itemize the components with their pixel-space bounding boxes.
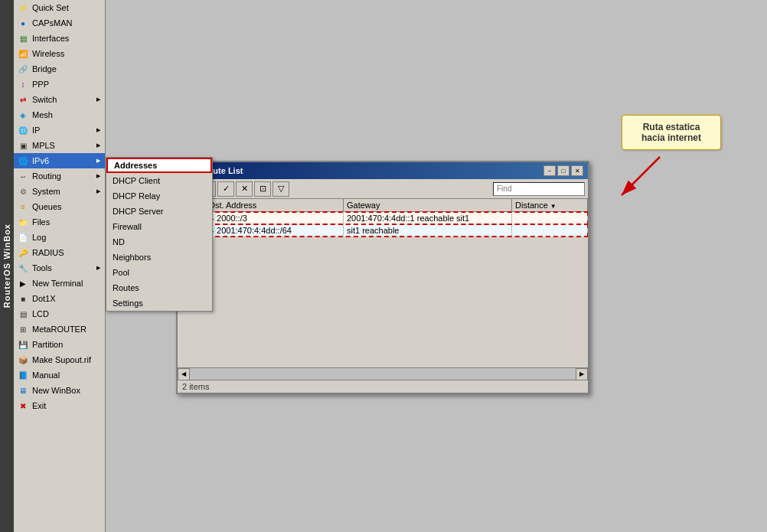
route-table-body: AS ▶ 2000::/3 2001:470:4:4dd::1 reachabl…: [178, 212, 588, 237]
sidebar-label-routing: Routing: [32, 171, 61, 181]
switch-icon: ⇄: [17, 93, 29, 106]
route-window-titlebar: IPv6 Route List − □ ✕: [178, 162, 588, 179]
find-input[interactable]: [493, 182, 585, 196]
partition-icon: 💾: [17, 338, 29, 351]
route-status: 2 items: [178, 380, 588, 393]
sidebar-label-radius: RADIUS: [32, 248, 64, 257]
submenu-item-nd[interactable]: ND: [106, 234, 212, 250]
red-arrow-annotation: [614, 149, 690, 203]
scroll-track[interactable]: [190, 368, 576, 380]
sidebar-item-bridge[interactable]: 🔗 Bridge: [14, 61, 105, 77]
column-gateway[interactable]: Gateway: [344, 199, 512, 212]
sidebar-item-mesh[interactable]: ◈ Mesh: [14, 107, 105, 122]
sidebar-item-lcd[interactable]: ▤ LCD: [14, 306, 105, 321]
sidebar-item-wireless[interactable]: 📶 Wireless: [14, 46, 105, 61]
submenu-item-dhcp-server[interactable]: DHCP Server: [106, 204, 212, 219]
sidebar-label-wireless: Wireless: [32, 49, 64, 58]
submenu-item-neighbors[interactable]: Neighbors: [106, 250, 212, 265]
sidebar-label-metarouter: MetaROUTER: [32, 325, 86, 334]
sidebar-item-dot1x[interactable]: ■ Dot1X: [14, 291, 105, 306]
sidebar-item-log[interactable]: 📄 Log: [14, 230, 105, 245]
column-distance[interactable]: Distance ▼: [512, 199, 588, 212]
table-row[interactable]: DAC ▶ 2001:470:4:4dd::/64 sit1 reachable: [178, 224, 588, 237]
dhcp-server-label: DHCP Server: [113, 207, 163, 216]
sidebar-item-ipv6[interactable]: 🌐 IPv6: [14, 153, 105, 168]
sidebar-label-partition: Partition: [32, 340, 63, 349]
sidebar-label-new-terminal: New Terminal: [32, 279, 83, 288]
sidebar-item-partition[interactable]: 💾 Partition: [14, 337, 105, 352]
minimize-button[interactable]: −: [543, 165, 556, 176]
routes-label: Routes: [113, 283, 139, 292]
sidebar-item-files[interactable]: 📁 Files: [14, 214, 105, 230]
mesh-icon: ◈: [17, 109, 29, 121]
firewall-label: Firewall: [113, 222, 142, 231]
filter-button[interactable]: ▽: [273, 181, 289, 197]
sidebar-item-capsman[interactable]: ● CAPsMAN: [14, 15, 105, 31]
quick-set-icon: ⚡: [17, 2, 29, 14]
cross-button[interactable]: ✕: [236, 181, 253, 197]
sidebar-item-new-winbox[interactable]: 🖥 New WinBox: [14, 383, 105, 398]
scroll-right-button[interactable]: ▶: [576, 368, 588, 380]
submenu-item-routes[interactable]: Routes: [106, 280, 212, 295]
submenu-item-addresses[interactable]: Addresses: [106, 158, 212, 173]
sidebar-item-ip[interactable]: 🌐 IP: [14, 122, 105, 138]
sidebar-label-system: System: [32, 187, 60, 196]
sidebar-label-capsman: CAPsMAN: [32, 18, 73, 28]
maximize-button[interactable]: □: [557, 165, 570, 176]
column-dst-address[interactable]: Dst. Address: [206, 199, 344, 212]
interfaces-icon: ▤: [17, 32, 29, 44]
sidebar-item-make-supout[interactable]: 📦 Make Supout.rif: [14, 352, 105, 367]
sidebar-item-mpls[interactable]: ▣ MPLS: [14, 138, 105, 153]
close-button[interactable]: ✕: [571, 165, 583, 176]
sidebar-label-bridge: Bridge: [32, 64, 57, 73]
table-row[interactable]: AS ▶ 2000::/3 2001:470:4:4dd::1 reachabl…: [178, 212, 588, 225]
submenu-item-dhcp-relay[interactable]: DHCP Relay: [106, 188, 212, 204]
sidebar-item-queues[interactable]: ≡ Queues: [14, 199, 105, 214]
sidebar-label-tools: Tools: [32, 263, 52, 273]
pool-label: Pool: [113, 268, 129, 277]
sidebar-item-exit[interactable]: ✖ Exit: [14, 398, 105, 413]
row-distance-as: [512, 212, 588, 225]
ip-icon: 🌐: [17, 124, 29, 136]
sidebar-label-interfaces: Interfaces: [32, 34, 69, 43]
sidebar-item-manual[interactable]: 📘 Manual: [14, 367, 105, 383]
scroll-left-button[interactable]: ◀: [178, 368, 190, 380]
sidebar-item-quick-set[interactable]: ⚡ Quick Set: [14, 0, 105, 15]
route-window: IPv6 Route List − □ ✕ + − ✓ ✕ ⊡ ▽ Dst. A…: [176, 161, 589, 394]
sidebar-item-metarouter[interactable]: ⊞ MetaROUTER: [14, 321, 105, 337]
settings-label: Settings: [113, 299, 143, 308]
submenu-item-dhcp-client[interactable]: DHCP Client: [106, 173, 212, 188]
tools-icon: 🔧: [17, 262, 29, 274]
dhcp-client-label: DHCP Client: [113, 176, 160, 185]
tooltip-text: Ruta estatica hacia internet: [641, 122, 701, 143]
copy-button[interactable]: ⊡: [254, 181, 271, 197]
route-scrollbar: ◀ ▶: [178, 367, 588, 380]
sidebar-label-log: Log: [32, 233, 46, 242]
sidebar-item-routing[interactable]: ↔ Routing: [14, 168, 105, 184]
submenu-item-firewall[interactable]: Firewall: [106, 219, 212, 234]
sidebar-item-system[interactable]: ⚙ System: [14, 184, 105, 199]
sidebar-item-radius[interactable]: 🔑 RADIUS: [14, 245, 105, 260]
sidebar-item-new-terminal[interactable]: ▶ New Terminal: [14, 276, 105, 291]
sidebar-label-ip: IP: [32, 126, 40, 135]
table-header-row: Dst. Address Gateway Distance ▼: [178, 199, 588, 212]
svg-line-1: [622, 157, 660, 195]
ipv6-submenu: Addresses DHCP Client DHCP Relay DHCP Se…: [106, 157, 213, 312]
sidebar-label-mesh: Mesh: [32, 110, 53, 119]
row-dst-as: ▶ 2000::/3: [206, 212, 344, 225]
files-icon: 📁: [17, 216, 29, 228]
winbox-text: RouterOS WinBox: [2, 224, 11, 308]
check-button[interactable]: ✓: [217, 181, 234, 197]
log-icon: 📄: [17, 231, 29, 243]
sidebar-item-interfaces[interactable]: ▤ Interfaces: [14, 31, 105, 46]
submenu-item-settings[interactable]: Settings: [106, 295, 212, 311]
dot1x-icon: ■: [17, 292, 29, 305]
row-dst-dac: ▶ 2001:470:4:4dd::/64: [206, 224, 344, 237]
sidebar: ⚡ Quick Set ● CAPsMAN ▤ Interfaces 📶 Wir…: [14, 0, 106, 532]
sidebar-item-ppp[interactable]: ↕ PPP: [14, 77, 105, 92]
sidebar-item-tools[interactable]: 🔧 Tools: [14, 260, 105, 276]
manual-icon: 📘: [17, 369, 29, 381]
submenu-item-pool[interactable]: Pool: [106, 265, 212, 280]
sidebar-item-switch[interactable]: ⇄ Switch: [14, 92, 105, 107]
ipv6-icon: 🌐: [17, 155, 29, 167]
